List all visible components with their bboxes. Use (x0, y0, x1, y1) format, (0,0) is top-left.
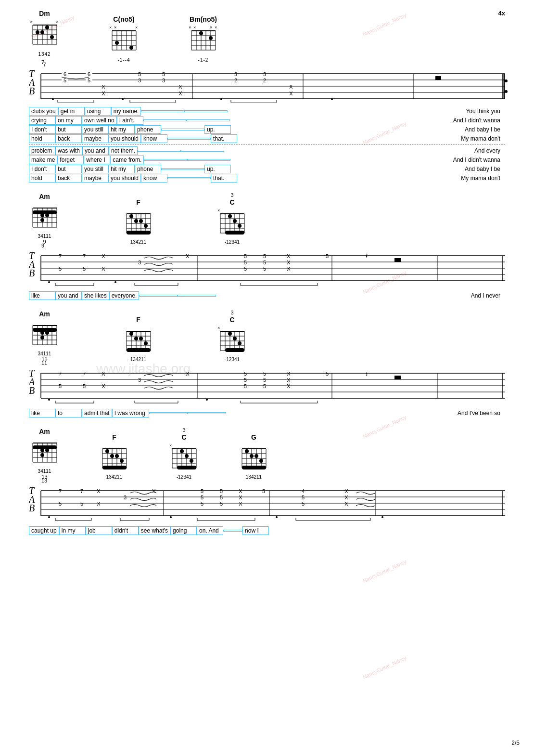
svg-text:×: × (217, 326, 220, 330)
lyric-3-3: you still (82, 125, 108, 134)
svg-text:B: B (29, 268, 35, 278)
lyric-2-6 (187, 119, 230, 121)
chord-c-1: 3 C × (216, 192, 248, 245)
chord-f-1-diagram (123, 208, 154, 239)
lyric-s3-4: I was wrong. (112, 409, 149, 417)
lyric-s3-1: like (29, 409, 55, 417)
lyric-s3-6 (188, 412, 226, 414)
chord-am-1-diagram (29, 202, 60, 234)
page-number: 2/5 (511, 740, 520, 746)
chord-cno5: C(no5) × × × (108, 15, 140, 63)
svg-point-220 (233, 337, 237, 340)
lyrics-s2-row1: like you and she likes everyone. And I n… (29, 291, 505, 300)
chord-g-1: G (238, 433, 269, 480)
svg-text:5: 5 (262, 488, 265, 494)
svg-text:X: X (97, 501, 101, 507)
lyric-1-2: get in (58, 107, 85, 116)
svg-rect-104 (33, 210, 57, 214)
svg-text:X: X (287, 260, 291, 265)
svg-text:5: 5 (244, 253, 247, 259)
chord-f-3-diagram (99, 443, 130, 474)
chord-c-3-name: C (181, 433, 186, 441)
svg-text:X: X (102, 84, 105, 90)
svg-point-120 (129, 214, 133, 218)
svg-text:×: × (169, 443, 172, 448)
lyric-7-1: I don't (29, 165, 55, 173)
svg-text:5: 5 (83, 383, 86, 389)
svg-text:5: 5 (201, 488, 203, 494)
chord-f-2-name: F (136, 316, 140, 324)
chord-c-2: 3 C × (216, 310, 248, 362)
lyric-5-right: And every (409, 147, 505, 154)
svg-rect-119 (127, 231, 151, 235)
lyric-7-7: up. (204, 165, 231, 173)
svg-text:5: 5 (244, 383, 247, 389)
svg-rect-254 (394, 376, 401, 379)
lyric-5-4: not them. (109, 146, 138, 155)
svg-point-106 (45, 213, 49, 217)
svg-point-123 (144, 224, 148, 228)
chord-am-3-name: Am (39, 428, 50, 435)
tab-svg-2: T A B 7 7 X 5 5 X (29, 248, 510, 287)
section-4: Am 34111 (29, 427, 505, 535)
svg-text:X: X (178, 84, 182, 90)
svg-text:X: X (287, 371, 291, 377)
chord-c-2-fingers: -12341 (225, 357, 240, 362)
chord-bmno5-name: Bm(no5) (190, 15, 217, 23)
svg-text:5: 5 (220, 501, 223, 507)
lyric-7-3: you still (82, 165, 108, 173)
svg-point-301 (180, 449, 184, 453)
repeat-sign: 4x (498, 10, 505, 17)
svg-text:×: × (114, 25, 116, 30)
lyric-6-2: forget (57, 156, 84, 164)
lyric-1-3: using (85, 107, 111, 116)
lyrics-row-5: problem was with you and not them. And e… (29, 146, 505, 155)
chord-c-3-fret-top: 3 (182, 427, 185, 433)
svg-text:2: 2 (234, 78, 237, 83)
svg-text:X: X (287, 253, 291, 259)
svg-point-358 (170, 516, 172, 518)
lyric-5-2: was with (55, 146, 82, 155)
fret-marker-7: 7 (41, 59, 44, 65)
svg-text:×: × (189, 25, 191, 30)
chord-f-3-fingers: 134211 (106, 474, 122, 480)
chord-bmno5-fingers: -1-2 (198, 57, 209, 63)
svg-point-316 (245, 449, 249, 453)
lyric-s3-2: to (55, 409, 82, 417)
lyric-4-2: back (55, 134, 82, 143)
svg-text:5: 5 (88, 78, 90, 83)
svg-text:X: X (344, 488, 348, 494)
lyric-s4-5: see what's (139, 526, 170, 535)
lyric-5-5 (138, 150, 181, 152)
chord-c-1-fingers: -12341 (225, 239, 240, 245)
svg-text:X: X (102, 91, 105, 96)
chord-bmno5-diagram: × × × × (188, 25, 219, 56)
svg-point-317 (250, 454, 254, 458)
lyric-8-2: back (55, 174, 82, 182)
svg-text:5: 5 (302, 501, 305, 507)
svg-text:5: 5 (220, 488, 223, 494)
lyric-2-1: crying (29, 116, 55, 125)
svg-text:X: X (102, 383, 105, 389)
section-3: Am 34111 (29, 310, 505, 417)
svg-point-13 (36, 30, 39, 34)
svg-text:B: B (29, 385, 35, 396)
chord-f-2-diagram (123, 326, 154, 357)
lyric-s3-5 (149, 412, 188, 414)
chord-am-2: Am 34111 (29, 310, 60, 362)
lyric-s2-4: everyone. (109, 291, 140, 300)
svg-point-89 (52, 98, 54, 100)
lyrics-row-8: hold back maybe you should know that. My… (29, 174, 505, 182)
svg-point-286 (115, 454, 119, 458)
chord-f-1-fingers: 134211 (130, 239, 146, 245)
svg-text:5: 5 (59, 266, 62, 272)
svg-text:X: X (287, 383, 291, 389)
lyric-1-1: clubs you (29, 107, 58, 116)
lyric-s2-1: like (29, 291, 55, 300)
svg-point-256 (206, 399, 208, 401)
lyric-1-6 (184, 110, 228, 112)
svg-text:3: 3 (234, 71, 237, 77)
lyric-6-6 (187, 159, 230, 161)
chord-c-1-name: C (229, 198, 234, 206)
svg-text:5: 5 (59, 501, 62, 507)
